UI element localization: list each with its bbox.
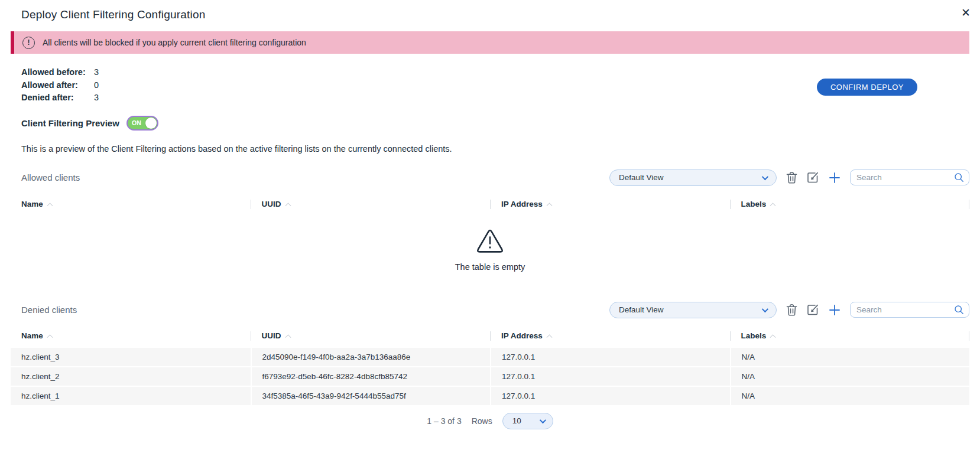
- denied-search: [850, 302, 969, 318]
- summary-label: Allowed after:: [21, 79, 94, 92]
- sort-caret-icon: [546, 203, 552, 208]
- summary-row: Allowed before: 3: [21, 66, 959, 79]
- column-header-labels[interactable]: Labels: [730, 331, 970, 341]
- edit-icon: [807, 171, 819, 184]
- denied-clients-title: Denied clients: [21, 305, 77, 315]
- rows-per-page-select[interactable]: 10: [502, 413, 553, 429]
- sort-caret-icon: [770, 203, 776, 208]
- column-header-name[interactable]: Name: [11, 331, 251, 341]
- delete-view-button[interactable]: [786, 171, 797, 184]
- cell-ip: 127.0.0.1: [490, 348, 730, 366]
- plus-icon: [829, 172, 841, 184]
- preview-toggle[interactable]: ON: [126, 116, 158, 131]
- cell-labels: N/A: [730, 387, 970, 405]
- sort-caret-icon: [47, 203, 53, 208]
- allowed-table-controls: Default View: [609, 169, 969, 186]
- sort-caret-icon: [285, 203, 291, 208]
- edit-icon: [807, 304, 819, 316]
- chevron-down-icon: [762, 305, 768, 312]
- close-icon[interactable]: ✕: [959, 5, 973, 21]
- confirm-deploy-button[interactable]: CONFIRM DEPLOY: [817, 79, 917, 96]
- search-icon: [954, 305, 964, 315]
- denied-table-controls: Default View: [609, 302, 969, 318]
- add-view-button[interactable]: [829, 304, 841, 316]
- page-range: 1 – 3 of 3: [427, 416, 461, 426]
- column-header-ip[interactable]: IP Address: [490, 331, 730, 341]
- summary-value: 3: [94, 66, 99, 79]
- column-header-ip[interactable]: IP Address: [490, 200, 730, 209]
- cell-ip: 127.0.0.1: [490, 367, 730, 386]
- denied-clients-section-bar: Denied clients Default View: [11, 302, 969, 318]
- allowed-clients-table: Name UUID IP Address Labels The table is…: [11, 198, 969, 285]
- cell-name: hz.client_3: [11, 348, 251, 366]
- pagination: 1 – 3 of 3 Rows 10: [11, 412, 969, 430]
- cell-ip: 127.0.0.1: [490, 387, 730, 405]
- chevron-down-icon: [539, 416, 546, 423]
- table-row[interactable]: hz.client_2 f6793e92-d5eb-46fc-8282-4db8…: [11, 367, 969, 386]
- summary-label: Allowed before:: [21, 66, 94, 79]
- search-input[interactable]: [856, 173, 954, 182]
- warning-banner-text: All clients will be blocked if you apply…: [43, 38, 306, 47]
- search-input[interactable]: [856, 305, 954, 314]
- toggle-knob: [145, 118, 157, 129]
- cell-uuid: 34f5385a-46f5-43a9-942f-5444b55ad75f: [251, 387, 491, 405]
- delete-view-button[interactable]: [786, 304, 797, 316]
- table-row[interactable]: hz.client_3 2d45090e-f149-4f0b-aa2a-3a7b…: [11, 348, 969, 366]
- sort-caret-icon: [285, 334, 291, 340]
- denied-table-body: hz.client_3 2d45090e-f149-4f0b-aa2a-3a7b…: [11, 348, 969, 405]
- column-header-name[interactable]: Name: [11, 200, 251, 209]
- summary-value: 3: [94, 92, 99, 105]
- empty-table-text: The table is empty: [455, 262, 525, 272]
- table-row[interactable]: hz.client_1 34f5385a-46f5-43a9-942f-5444…: [11, 387, 969, 405]
- edit-view-button[interactable]: [807, 304, 819, 316]
- deploy-client-filtering-modal: Deploy Client Filtering Configuration ✕ …: [0, 0, 980, 450]
- rows-per-page-value: 10: [512, 416, 521, 425]
- column-header-uuid[interactable]: UUID: [251, 331, 491, 341]
- view-select-value: Default View: [619, 305, 664, 314]
- cell-name: hz.client_2: [11, 367, 251, 386]
- allowed-search: [850, 169, 969, 185]
- sort-caret-icon: [770, 334, 776, 340]
- summary-value: 0: [94, 79, 99, 92]
- warning-triangle-icon: [476, 229, 504, 254]
- column-header-labels[interactable]: Labels: [730, 200, 970, 209]
- cell-uuid: f6793e92-d5eb-46fc-8282-4db8cfb85742: [251, 367, 491, 386]
- alert-circle-icon: !: [22, 37, 35, 49]
- denied-view-select[interactable]: Default View: [609, 302, 777, 318]
- sort-caret-icon: [47, 334, 53, 340]
- summary-label: Denied after:: [21, 92, 94, 105]
- rows-per-page-label: Rows: [472, 416, 492, 426]
- cell-uuid: 2d45090e-f149-4f0b-aa2a-3a7b136aa86e: [251, 348, 491, 366]
- allowed-table-header: Name UUID IP Address Labels: [11, 198, 969, 211]
- allowed-clients-section-bar: Allowed clients Default View: [11, 169, 969, 186]
- chevron-down-icon: [762, 173, 768, 180]
- search-icon: [954, 172, 964, 182]
- denied-table-header: Name UUID IP Address Labels: [11, 330, 969, 343]
- trash-icon: [786, 171, 797, 184]
- toggle-label: Client Filtering Preview: [21, 118, 119, 128]
- view-select-value: Default View: [619, 173, 664, 182]
- column-header-uuid[interactable]: UUID: [251, 200, 491, 209]
- summary-row: Denied after: 3: [21, 92, 959, 105]
- toggle-state-text: ON: [132, 119, 141, 126]
- allowed-clients-title: Allowed clients: [21, 172, 80, 182]
- preview-description: This is a preview of the Client Filterin…: [21, 144, 959, 154]
- page-title: Deploy Client Filtering Configuration: [21, 8, 959, 21]
- sort-caret-icon: [546, 334, 552, 340]
- trash-icon: [786, 304, 797, 316]
- cell-labels: N/A: [730, 348, 970, 366]
- denied-clients-table: Name UUID IP Address Labels hz.client_3 …: [11, 330, 969, 430]
- add-view-button[interactable]: [829, 172, 841, 184]
- plus-icon: [829, 304, 841, 316]
- warning-banner: ! All clients will be blocked if you app…: [11, 31, 969, 54]
- client-filtering-preview-row: Client Filtering Preview ON: [21, 116, 959, 131]
- edit-view-button[interactable]: [807, 171, 819, 184]
- allowed-view-select[interactable]: Default View: [609, 169, 777, 186]
- empty-table-state: The table is empty: [11, 216, 969, 285]
- cell-labels: N/A: [730, 367, 970, 386]
- modal-header: Deploy Client Filtering Configuration: [0, 0, 980, 21]
- cell-name: hz.client_1: [11, 387, 251, 405]
